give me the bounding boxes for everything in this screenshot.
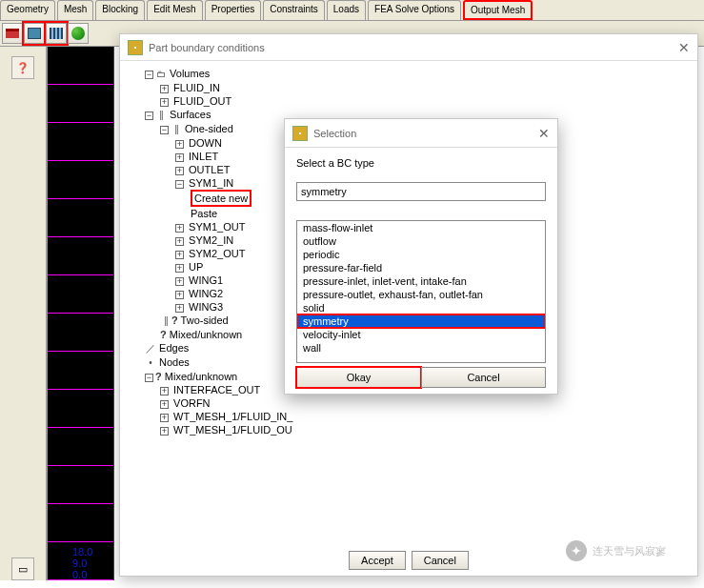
tree-wt2[interactable]: WT_MESH_1/FLUID_OU xyxy=(173,424,292,436)
list-item[interactable]: pressure-inlet, inlet-vent, intake-fan xyxy=(297,274,545,288)
tab-feasolve[interactable]: FEA Solve Options xyxy=(368,0,461,20)
bc-type-list[interactable]: mass-flow-inlet outflow periodic pressur… xyxy=(296,220,546,363)
panel-icon[interactable]: ▭ xyxy=(11,558,34,580)
tab-editmesh[interactable]: Edit Mesh xyxy=(147,0,202,20)
ruler-val-3: 0.0 xyxy=(72,569,92,580)
tab-properties[interactable]: Properties xyxy=(205,0,262,20)
tree-twosided[interactable]: Two-sided xyxy=(181,314,229,326)
tree-mixed1[interactable]: Mixed/unknown xyxy=(170,329,242,340)
bc-type-input[interactable] xyxy=(296,182,546,201)
list-item[interactable]: pressure-outlet, exhaust-fan, outlet-fan xyxy=(297,288,545,301)
tree-nodes[interactable]: Nodes xyxy=(159,356,190,368)
list-item[interactable]: periodic xyxy=(297,248,545,261)
tab-outputmesh[interactable]: Output Mesh xyxy=(463,0,533,20)
close-icon[interactable]: ✕ xyxy=(678,40,690,55)
watermark-text: 连天雪与风寂寥 xyxy=(593,544,666,558)
accept-button[interactable]: Accept xyxy=(349,551,406,570)
list-item[interactable]: wall xyxy=(297,341,545,355)
selection-titlebar[interactable]: Selection ✕ xyxy=(285,119,557,148)
tab-blocking[interactable]: Blocking xyxy=(95,0,145,20)
tree-mixed2[interactable]: Mixed/unknown xyxy=(165,371,237,382)
tree-outlet[interactable]: OUTLET xyxy=(189,164,230,175)
list-item[interactable]: velocity-inlet xyxy=(297,328,545,341)
tree-sym2-out[interactable]: SYM2_OUT xyxy=(189,248,245,259)
wechat-icon: ✦ xyxy=(566,540,587,561)
list-item[interactable]: pressure-far-field xyxy=(297,261,545,274)
tab-mesh[interactable]: Mesh xyxy=(57,0,93,20)
ruler-val-1: 18.0 xyxy=(72,546,92,558)
tree-wing1[interactable]: WING1 xyxy=(189,274,223,286)
watermark: ✦ 连天雪与风寂寥 xyxy=(566,540,666,561)
selection-dialog: Selection ✕ Select a BC type mass-flow-i… xyxy=(284,118,558,395)
ruler-val-2: 9.0 xyxy=(72,558,92,569)
tab-geometry[interactable]: Geometry xyxy=(0,0,55,20)
tree-down[interactable]: DOWN xyxy=(189,137,222,149)
help-icon[interactable]: ❓ xyxy=(11,56,34,79)
tree-sym1-out[interactable]: SYM1_OUT xyxy=(189,221,245,233)
tree-fluid-in[interactable]: FLUID_IN xyxy=(173,82,220,93)
tree-sym2-in[interactable]: SYM2_IN xyxy=(189,234,233,246)
dialog-icon xyxy=(128,40,143,55)
tree-sym1-in[interactable]: SYM1_IN xyxy=(189,177,233,189)
tree-surfaces[interactable]: Surfaces xyxy=(170,109,211,120)
tree-vorfn[interactable]: VORFN xyxy=(173,397,211,409)
toolbar-bc-icon[interactable] xyxy=(24,23,45,44)
dialog-icon xyxy=(292,126,308,141)
graphics-viewport[interactable] xyxy=(48,47,114,580)
toolbar-globe-icon[interactable] xyxy=(68,23,89,44)
tab-constraints[interactable]: Constraints xyxy=(263,0,325,20)
selection-title: Selection xyxy=(313,128,356,139)
part-dialog-titlebar[interactable]: Part boundary conditions ✕ xyxy=(120,34,697,61)
tree-up[interactable]: UP xyxy=(189,261,203,273)
close-icon[interactable]: ✕ xyxy=(538,126,550,141)
okay-button[interactable]: Okay xyxy=(296,367,421,388)
cancel-button[interactable]: Cancel xyxy=(412,551,469,570)
selection-prompt: Select a BC type xyxy=(296,157,546,169)
tree-wing3[interactable]: WING3 xyxy=(189,301,223,313)
list-item[interactable]: solid xyxy=(297,301,545,314)
tree-volumes[interactable]: Volumes xyxy=(170,68,210,79)
tree-paste[interactable]: Paste xyxy=(191,208,217,219)
tree-interface-out[interactable]: INTERFACE_OUT xyxy=(173,384,260,395)
part-dialog-title: Part boundary conditions xyxy=(149,42,265,53)
toolbar-mesh-icon[interactable] xyxy=(46,23,67,44)
ruler-values: 18.0 9.0 0.0 xyxy=(72,546,92,580)
list-item-selected[interactable]: symmetry xyxy=(297,314,545,328)
main-tabs: Geometry Mesh Blocking Edit Mesh Propert… xyxy=(0,0,704,21)
tree-wing2[interactable]: WING2 xyxy=(189,288,223,299)
list-item[interactable]: outflow xyxy=(297,234,545,248)
list-item[interactable]: mass-flow-inlet xyxy=(297,221,545,234)
toolbar-open-icon[interactable] xyxy=(2,23,23,44)
tree-fluid-out[interactable]: FLUID_OUT xyxy=(173,95,231,107)
part-dialog-buttons: Accept Cancel xyxy=(349,551,469,570)
tree-inlet[interactable]: INLET xyxy=(189,151,218,162)
tree-onesided[interactable]: One-sided xyxy=(185,123,233,134)
tree-edges[interactable]: Edges xyxy=(159,342,189,354)
tab-loads[interactable]: Loads xyxy=(327,0,366,20)
tree-create-new[interactable]: Create new xyxy=(191,190,251,207)
sel-cancel-button[interactable]: Cancel xyxy=(421,367,546,388)
tree-wt1[interactable]: WT_MESH_1/FLUID_IN_ xyxy=(173,411,292,422)
left-panel: ❓ ▭ xyxy=(0,47,48,580)
selection-buttons: Okay Cancel xyxy=(296,367,546,388)
